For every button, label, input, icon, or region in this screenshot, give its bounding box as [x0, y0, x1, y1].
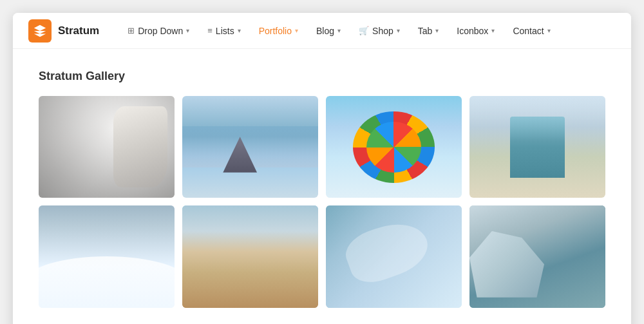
chevron-blog: ▾: [337, 27, 341, 34]
cart-icon: 🛒: [359, 26, 369, 35]
chevron-shop: ▾: [397, 27, 400, 34]
chevron-lists: ▾: [238, 27, 241, 34]
gallery-item-6[interactable]: [182, 205, 318, 307]
nav-item-portfolio: Portfolio ▾: [251, 21, 306, 41]
browser-window: Stratum ⊞ Drop Down ▾ ≡ Lists ▾: [13, 13, 631, 324]
chevron-portfolio: ▾: [295, 27, 298, 34]
nav-link-iconbox[interactable]: Iconbox ▾: [449, 21, 502, 41]
nav-label-iconbox: Iconbox: [457, 26, 488, 36]
nav-label-portfolio: Portfolio: [259, 26, 292, 36]
nav-link-shop[interactable]: 🛒 Shop ▾: [351, 21, 408, 41]
nav-item-contact: Contact ▾: [505, 21, 558, 41]
nav-item-blog: Blog ▾: [308, 21, 348, 41]
logo-icon: [28, 19, 52, 43]
gallery-item-2[interactable]: [182, 96, 318, 198]
nav-menu: ⊞ Drop Down ▾ ≡ Lists ▾ Portfolio ▾: [120, 21, 558, 41]
nav-label-contact: Contact: [513, 26, 544, 36]
list-icon: ≡: [207, 26, 213, 35]
gallery-item-5[interactable]: [39, 205, 175, 307]
nav-label-dropdown: Drop Down: [138, 26, 183, 36]
nav-label-shop: Shop: [372, 26, 393, 36]
stratum-logo-svg: [33, 24, 47, 38]
nav-label-tab: Tab: [418, 26, 433, 36]
chevron-tab: ▾: [435, 27, 439, 34]
logo-area[interactable]: Stratum: [28, 19, 99, 43]
chevron-dropdown: ▾: [186, 27, 189, 34]
gallery-item-1[interactable]: [39, 96, 175, 198]
gallery-title: Stratum Gallery: [39, 70, 605, 83]
main-content: Stratum Gallery: [13, 49, 631, 324]
chevron-contact: ▾: [547, 27, 551, 34]
nav-link-dropdown[interactable]: ⊞ Drop Down ▾: [120, 21, 197, 41]
nav-item-iconbox: Iconbox ▾: [449, 21, 502, 41]
nav-link-portfolio[interactable]: Portfolio ▾: [251, 21, 306, 41]
gallery-item-8[interactable]: [469, 205, 605, 307]
nav-link-blog[interactable]: Blog ▾: [308, 21, 348, 41]
gallery-item-7[interactable]: [326, 205, 462, 307]
gallery-item-4[interactable]: [469, 96, 605, 198]
nav-item-tab: Tab ▾: [410, 21, 447, 41]
chevron-iconbox: ▾: [491, 27, 495, 34]
logo-text: Stratum: [58, 24, 99, 37]
nav-item-dropdown: ⊞ Drop Down ▾: [120, 21, 197, 41]
nav-item-lists: ≡ Lists ▾: [200, 21, 248, 41]
gallery-grid: [39, 96, 605, 308]
nav-link-lists[interactable]: ≡ Lists ▾: [200, 21, 248, 41]
nav-label-blog: Blog: [316, 26, 334, 36]
navbar: Stratum ⊞ Drop Down ▾ ≡ Lists ▾: [13, 13, 631, 49]
nav-link-tab[interactable]: Tab ▾: [410, 21, 447, 41]
nav-item-shop: 🛒 Shop ▾: [351, 21, 408, 41]
nav-link-contact[interactable]: Contact ▾: [505, 21, 558, 41]
layers-icon: ⊞: [128, 26, 135, 35]
nav-label-lists: Lists: [216, 26, 234, 36]
gallery-item-3[interactable]: [326, 96, 462, 198]
